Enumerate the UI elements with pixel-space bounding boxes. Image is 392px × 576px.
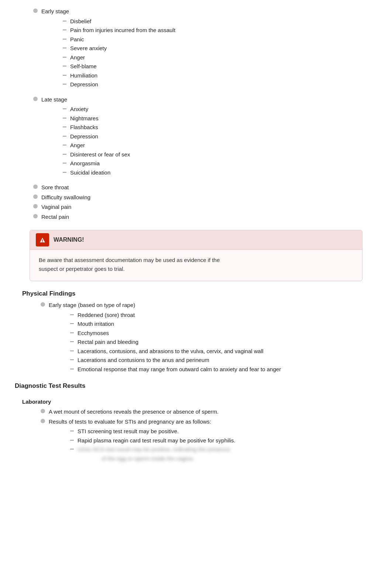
list-item: Severe anxiety (15, 44, 377, 53)
warning-box: WARNING! Be aware that assessment docume… (30, 230, 362, 281)
dash-icon (70, 369, 74, 369)
item-text: Flashbacks (70, 123, 98, 132)
item-text: Depression (70, 132, 98, 141)
dash-icon (63, 57, 66, 58)
item-text: Nightmares (70, 114, 99, 123)
list-item: Panic (15, 35, 377, 44)
list-item: Humiliation (15, 72, 377, 80)
early-stage-item: Early stage (15, 7, 377, 16)
early-stage-section: Early stage Disbelief Pain from injuries… (15, 7, 377, 89)
item-text: Anxiety (70, 105, 88, 114)
list-item: Self-blame (15, 62, 377, 71)
other-symptoms-section: Sore throat Difficulty swallowing Vagina… (15, 183, 377, 221)
dash-icon (63, 163, 66, 163)
physical-findings-heading: Physical Findings (22, 290, 377, 297)
blurred-list-item-2: of the egg or sperm inside the vagina. (22, 455, 377, 463)
list-item: Emotional response that may range from o… (22, 365, 377, 374)
bullet-icon (33, 97, 38, 101)
list-item: Rapid plasma reagin card test result may… (22, 437, 377, 445)
dash-icon (63, 30, 66, 30)
dash-icon (70, 332, 74, 333)
item-text: Ecchymoses (78, 329, 109, 338)
list-item: STI screening test result may be positiv… (22, 427, 377, 436)
list-item: Depression (15, 132, 377, 141)
list-item: Sore throat (15, 183, 377, 192)
item-text: Suicidal ideation (70, 169, 110, 177)
lab-heading: Laboratory (22, 399, 377, 405)
late-stage-section: Late stage Anxiety Nightmares Flashbacks… (15, 96, 377, 177)
list-item: Pain from injuries incurred from the ass… (15, 26, 377, 35)
bullet-icon (33, 204, 38, 208)
dash-icon (70, 440, 74, 441)
item-text: Mouth irritation (78, 320, 114, 328)
dash-icon (63, 39, 66, 39)
dash-icon (70, 341, 74, 342)
list-item: Mouth irritation (22, 320, 377, 328)
item-text: Disbelief (70, 17, 92, 26)
dash-icon (63, 118, 66, 118)
list-item: Anger (15, 141, 377, 150)
list-item: Depression (15, 80, 377, 89)
blurred-text-2: of the egg or sperm inside the vagina. (102, 455, 194, 463)
item-text: Anger (70, 141, 85, 150)
list-item: Anorgasmia (15, 159, 377, 168)
warning-header: WARNING! (30, 230, 362, 250)
item-text: Lacerations and contusions to the anus a… (78, 356, 209, 365)
list-item: Ecchymoses (22, 329, 377, 338)
item-text: Disinterest or fear of sex (70, 151, 130, 159)
item-text: Emotional response that may range from o… (78, 365, 281, 374)
dash-icon (70, 323, 74, 324)
bullet-icon (33, 214, 38, 218)
list-item: Disbelief (15, 17, 377, 26)
item-text: Self-blame (70, 62, 97, 71)
dash-icon (63, 66, 66, 66)
item-text: Anger (70, 54, 85, 62)
item-text: Severe anxiety (70, 44, 107, 53)
item-text: Rectal pain (41, 213, 69, 221)
bullet-icon (33, 184, 38, 189)
item-text: Pain from injuries incurred from the ass… (70, 26, 175, 35)
list-item: Flashbacks (15, 123, 377, 132)
dash-icon (63, 136, 66, 137)
physical-early-stage-item: Early stage (based on type of rape) (22, 301, 377, 310)
dash-icon (70, 314, 74, 315)
item-text: Results of tests to evaluate for STIs an… (49, 418, 211, 426)
list-item: Suicidal ideation (15, 169, 377, 177)
dash-icon (63, 108, 66, 109)
svg-point-1 (42, 242, 43, 242)
dash-icon (63, 75, 66, 76)
warning-text-line2: suspect or perpetrator goes to trial. (39, 266, 125, 272)
dash-icon (63, 154, 66, 155)
dash-icon (63, 84, 66, 84)
list-item: Difficulty swallowing (15, 193, 377, 202)
dash-icon (63, 145, 66, 145)
item-text: Difficulty swallowing (41, 193, 90, 202)
list-item: Nightmares (15, 114, 377, 123)
warning-body: Be aware that assessment documentation m… (30, 250, 362, 281)
dash-icon (70, 449, 74, 449)
list-item: Lacerations, contusions, and abrasions t… (22, 347, 377, 356)
dash-icon (63, 21, 66, 21)
warning-icon (36, 233, 49, 246)
item-text: Rapid plasma reagin card test result may… (78, 437, 235, 445)
item-text: Reddened (sore) throat (78, 311, 135, 320)
bullet-icon (33, 194, 38, 199)
list-item: Results of tests to evaluate for STIs an… (22, 418, 377, 426)
dash-icon (70, 351, 74, 351)
svg-rect-0 (42, 239, 43, 241)
list-item: A wet mount of secretions reveals the pr… (22, 408, 377, 416)
item-text: Panic (70, 35, 84, 44)
warning-title: WARNING! (54, 237, 84, 243)
diagnostic-section: Diagnostic Test Results Laboratory A wet… (15, 382, 377, 463)
blurred-list-item: Urine HCG test result may be positive, i… (22, 445, 377, 454)
dash-icon (70, 359, 74, 360)
late-stage-label: Late stage (41, 96, 67, 104)
dash-icon (63, 172, 66, 173)
early-stage-label: Early stage (41, 7, 69, 16)
list-item: Lacerations and contusions to the anus a… (22, 356, 377, 365)
list-item: Anger (15, 54, 377, 62)
item-text: Vaginal pain (41, 203, 71, 211)
bullet-icon (41, 419, 45, 423)
item-text: Humiliation (70, 72, 97, 80)
item-text: Depression (70, 80, 98, 89)
